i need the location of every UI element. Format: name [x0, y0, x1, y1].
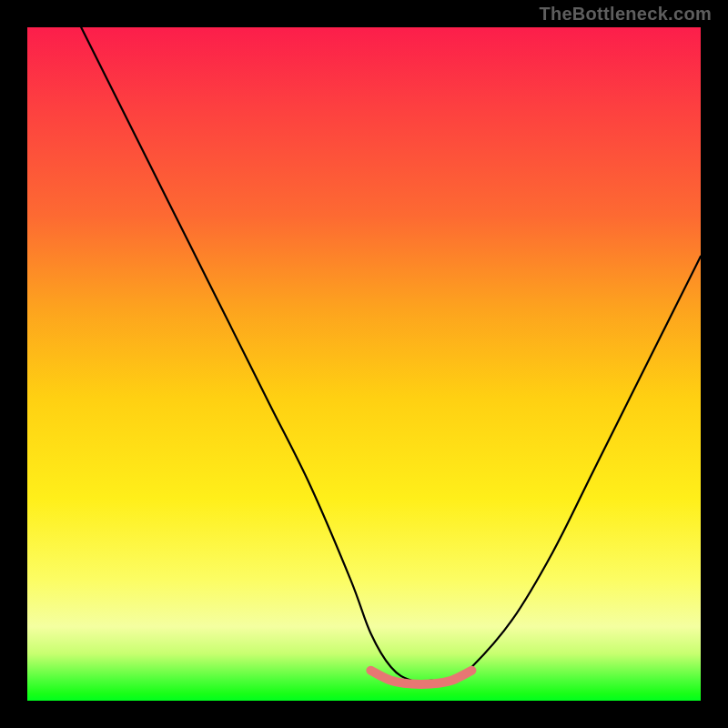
series-pink-floor [370, 671, 471, 684]
chart-frame: TheBottleneck.com [0, 0, 728, 728]
chart-svg [27, 27, 701, 701]
plot-area [27, 27, 701, 701]
series-black-curve [81, 27, 701, 682]
watermark-text: TheBottleneck.com [539, 4, 712, 25]
